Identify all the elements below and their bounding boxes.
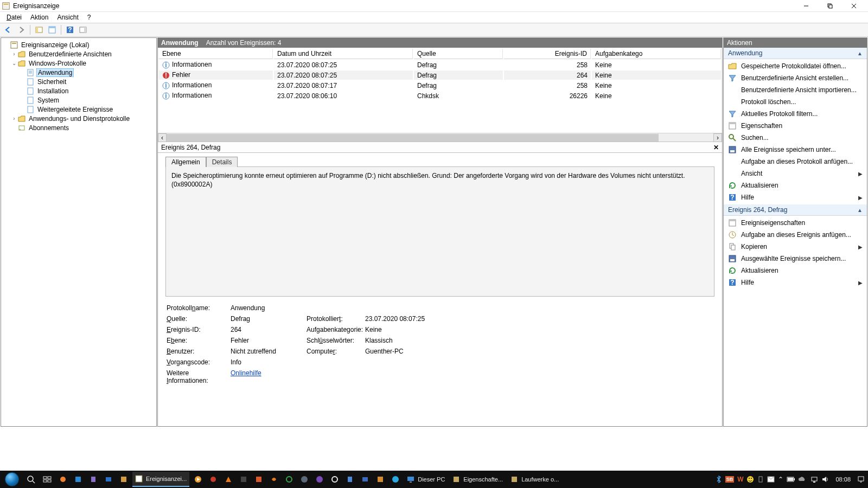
taskbar-clock[interactable]: 08:08 <box>832 476 854 483</box>
action-save-selected[interactable]: Ausgewählte Ereignisse speichern... <box>724 253 867 265</box>
menu-help[interactable]: ? <box>84 12 94 22</box>
tray-sb-icon[interactable]: SB <box>725 476 735 483</box>
taskbar-pin[interactable] <box>298 472 311 487</box>
tray-notifications-icon[interactable] <box>857 476 865 483</box>
tree-setup[interactable]: Installation <box>2 86 155 95</box>
taskbar-pin[interactable] <box>87 472 100 487</box>
taskbar-drives[interactable]: Laufwerke o... <box>508 472 561 487</box>
tray-network-icon[interactable] <box>810 476 818 483</box>
action-open-saved-log[interactable]: Gespeicherte Protokolldatei öffnen... <box>724 60 867 72</box>
tab-general[interactable]: Allgemein <box>165 157 206 167</box>
tree-subscriptions[interactable]: Abonnements <box>2 123 155 132</box>
taskbar-pin[interactable] <box>343 472 356 487</box>
scroll-right-button[interactable]: › <box>713 133 722 142</box>
tray-bluetooth-icon[interactable] <box>716 476 722 483</box>
collapse-icon[interactable]: ▲ <box>857 207 863 213</box>
online-help-link[interactable]: Onlinehilfe <box>231 369 261 377</box>
taskbar-pin[interactable] <box>374 472 387 487</box>
action-save-all-events[interactable]: Alle Ereignisse speichern unter... <box>724 144 867 156</box>
start-button[interactable] <box>2 472 22 487</box>
back-button[interactable] <box>2 24 14 36</box>
tray-onedrive-icon[interactable] <box>799 476 807 483</box>
tree-pane[interactable]: Ereignisanzeige (Lokal) › Benutzerdefini… <box>1 37 157 427</box>
properties-toolbar-button[interactable] <box>46 24 58 36</box>
tray-usb-icon[interactable] <box>757 476 764 483</box>
action-view-submenu[interactable]: Ansicht▶ <box>724 168 867 179</box>
tree-custom-views[interactable]: › Benutzerdefinierte Ansichten <box>2 49 155 59</box>
taskbar-pin[interactable] <box>389 472 402 487</box>
tree-app-service-logs[interactable]: › Anwendungs- und Dienstprotokolle <box>2 114 155 123</box>
task-view-button[interactable] <box>40 472 54 487</box>
actions-section-application[interactable]: Anwendung ▲ <box>724 48 867 59</box>
maximize-button[interactable] <box>818 0 842 12</box>
taskbar-pin[interactable] <box>313 472 326 487</box>
action-help-event[interactable]: ?Hilfe▶ <box>724 277 867 288</box>
show-hide-tree-button[interactable] <box>33 24 45 36</box>
tree-security[interactable]: Sicherheit <box>2 77 155 86</box>
taskbar-pin[interactable] <box>283 472 296 487</box>
scroll-track[interactable] <box>167 134 713 142</box>
taskbar-this-pc[interactable]: Dieser PC <box>404 472 448 487</box>
taskbar-pin[interactable] <box>102 472 115 487</box>
tray-mail-icon[interactable] <box>767 476 775 483</box>
action-refresh[interactable]: Aktualisieren <box>724 179 867 191</box>
search-button[interactable] <box>24 472 38 487</box>
tree-application[interactable]: Anwendung <box>2 68 155 77</box>
expand-icon[interactable]: › <box>11 115 17 121</box>
horizontal-scrollbar[interactable]: ‹ › <box>158 133 722 142</box>
taskbar-pin[interactable] <box>237 472 250 487</box>
scroll-thumb[interactable] <box>167 134 659 142</box>
tray-chevron-icon[interactable]: ⌃ <box>778 476 783 483</box>
action-attach-task-log[interactable]: Aufgabe an dieses Protokoll anfügen... <box>724 156 867 168</box>
taskbar-pin[interactable] <box>359 472 372 487</box>
table-row[interactable]: !Fehler 23.07.2020 08:07:25 Defrag 264 K… <box>159 70 721 80</box>
action-filter-current-log[interactable]: Aktuelles Protokoll filtern... <box>724 108 867 120</box>
tree-system[interactable]: System <box>2 95 155 105</box>
tree-forwarded[interactable]: Weitergeleitete Ereignisse <box>2 105 155 114</box>
taskbar-eventviewer[interactable]: Ereignisanzei... <box>132 472 189 487</box>
tree-root[interactable]: Ereignisanzeige (Lokal) <box>2 40 155 49</box>
table-row[interactable]: iInformationen 23.07.2020 08:07:17 Defra… <box>159 81 721 90</box>
table-row[interactable]: iInformationen 23.07.2020 08:06:10 Chkds… <box>159 91 721 100</box>
action-clear-log[interactable]: Protokoll löschen... <box>724 96 867 108</box>
help-toolbar-button[interactable]: ? <box>64 24 76 36</box>
taskbar-pin[interactable] <box>207 472 220 487</box>
menu-view[interactable]: Ansicht <box>54 12 81 22</box>
scroll-left-button[interactable]: ‹ <box>158 133 167 142</box>
tray-w-icon[interactable]: W <box>737 476 743 483</box>
collapse-icon[interactable]: ▲ <box>857 50 863 56</box>
menu-file[interactable]: Datei <box>3 12 25 22</box>
expand-icon[interactable]: › <box>11 51 17 57</box>
tab-details[interactable]: Details <box>206 157 238 167</box>
action-find[interactable]: Suchen... <box>724 132 867 144</box>
event-list[interactable]: Ebene Datum und Uhrzeit Quelle Ereignis-… <box>158 48 722 101</box>
show-hide-action-pane-button[interactable] <box>77 24 89 36</box>
taskbar[interactable]: Ereignisanzei... Dieser PC Eigenschafte.… <box>0 471 868 488</box>
menu-action[interactable]: Aktion <box>27 12 52 22</box>
col-source[interactable]: Quelle <box>414 49 503 59</box>
taskbar-pin[interactable] <box>72 472 85 487</box>
col-taskcat[interactable]: Aufgabenkatego <box>592 49 721 59</box>
tray-smiley-icon[interactable] <box>746 476 754 483</box>
col-level[interactable]: Ebene <box>159 49 273 59</box>
actions-section-event[interactable]: Ereignis 264, Defrag ▲ <box>724 204 867 216</box>
taskbar-pin[interactable] <box>192 472 205 487</box>
taskbar-pin[interactable] <box>328 472 341 487</box>
minimize-button[interactable] <box>794 0 818 12</box>
taskbar-properties[interactable]: Eigenschafte... <box>450 472 506 487</box>
action-import-custom-view[interactable]: Benutzerdefinierte Ansicht importieren..… <box>724 84 867 96</box>
taskbar-pin[interactable] <box>222 472 235 487</box>
tray-battery-icon[interactable] <box>787 477 795 482</box>
system-tray[interactable]: SB W ⌃ 08:08 <box>716 476 866 483</box>
tray-volume-icon[interactable] <box>821 476 829 483</box>
taskbar-pin[interactable] <box>267 472 280 487</box>
action-properties[interactable]: Eigenschaften <box>724 120 867 132</box>
close-detail-button[interactable]: ✕ <box>713 144 719 151</box>
tree-windows-logs[interactable]: ⌄ Windows-Protokolle <box>2 59 155 68</box>
action-attach-task-event[interactable]: Aufgabe an dieses Ereignis anfügen... <box>724 229 867 241</box>
table-row[interactable]: iInformationen 23.07.2020 08:07:25 Defra… <box>159 60 721 69</box>
action-create-custom-view[interactable]: Benutzerdefinierte Ansicht erstellen... <box>724 72 867 84</box>
action-refresh-event[interactable]: Aktualisieren <box>724 265 867 277</box>
taskbar-pin[interactable] <box>56 472 69 487</box>
action-help[interactable]: ?Hilfe▶ <box>724 191 867 203</box>
